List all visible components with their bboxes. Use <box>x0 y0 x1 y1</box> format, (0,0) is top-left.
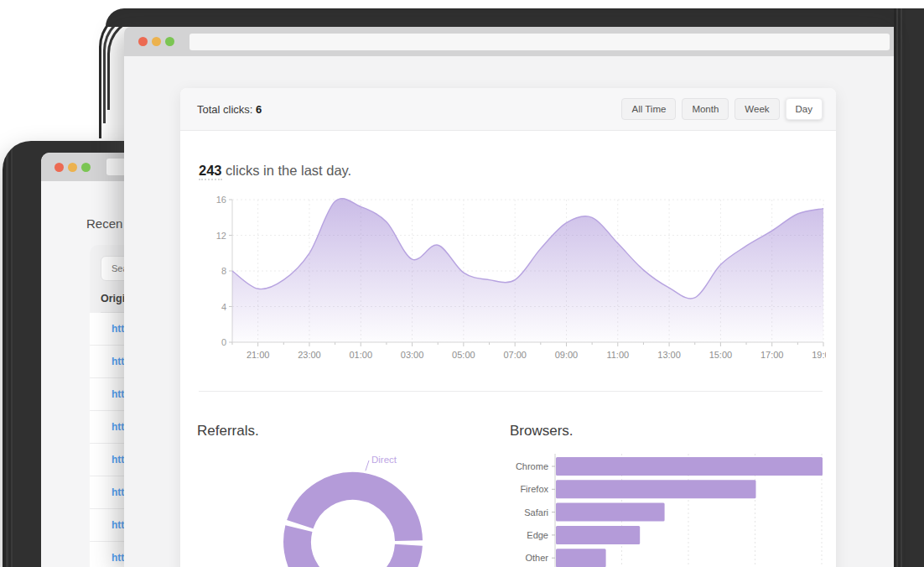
front-window-frame-top <box>106 8 924 27</box>
svg-text:07:00: 07:00 <box>503 350 527 360</box>
svg-text:Chrome: Chrome <box>516 461 548 471</box>
minimize-button[interactable] <box>152 37 161 46</box>
svg-text:01:00: 01:00 <box>349 350 372 360</box>
svg-text:8: 8 <box>221 266 226 276</box>
svg-text:16: 16 <box>216 195 226 205</box>
front-window-frame-right <box>894 8 924 567</box>
close-button[interactable] <box>55 163 64 172</box>
svg-text:Direct: Direct <box>371 455 397 465</box>
browsers-bar-chart: ChromeFirefoxSafariEdgeOther <box>503 443 836 567</box>
svg-text:13:00: 13:00 <box>657 350 681 360</box>
front-window-body: Total clicks: 6 All TimeMonthWeekDay 243… <box>124 56 894 567</box>
clicks-summary: 243 clicks in the last day. <box>199 163 836 179</box>
svg-text:21:00: 21:00 <box>247 350 270 360</box>
svg-text:19:00: 19:00 <box>812 350 826 360</box>
svg-text:03:00: 03:00 <box>401 350 424 360</box>
divider <box>199 391 823 392</box>
range-button-month[interactable]: Month <box>682 98 729 120</box>
svg-text:0: 0 <box>221 337 226 347</box>
svg-text:Edge: Edge <box>527 530 548 540</box>
referrals-donut-chart: Direct <box>261 449 445 567</box>
referrals-section-title: Referrals. <box>197 423 259 440</box>
browser-window-front: Total clicks: 6 All TimeMonthWeekDay 243… <box>124 27 894 567</box>
analytics-card: Total clicks: 6 All TimeMonthWeekDay 243… <box>180 88 836 567</box>
range-button-all-time[interactable]: All Time <box>621 98 676 120</box>
svg-text:Safari: Safari <box>524 507 548 518</box>
svg-text:23:00: 23:00 <box>298 350 321 360</box>
svg-text:Firefox: Firefox <box>520 484 548 494</box>
close-button[interactable] <box>138 37 148 46</box>
zoom-button[interactable] <box>81 163 91 172</box>
clicks-summary-text: clicks in the last day. <box>222 163 352 178</box>
browsers-section-title: Browsers. <box>510 423 574 440</box>
minimize-button[interactable] <box>68 163 77 172</box>
zoom-button[interactable] <box>165 37 174 46</box>
svg-text:Other: Other <box>525 553 548 563</box>
range-button-day[interactable]: Day <box>786 98 823 120</box>
svg-text:05:00: 05:00 <box>452 350 475 360</box>
total-clicks-label: Total clicks: 6 <box>197 103 262 116</box>
card-header: Total clicks: 6 All TimeMonthWeekDay <box>180 88 836 131</box>
total-clicks-value: 6 <box>256 103 262 116</box>
range-filter-group: All TimeMonthWeekDay <box>621 98 823 120</box>
svg-text:4: 4 <box>221 302 226 312</box>
svg-text:09:00: 09:00 <box>555 350 579 360</box>
svg-text:11:00: 11:00 <box>606 350 629 360</box>
clicks-area-chart: 048121621:0023:0001:0003:0005:0007:0009:… <box>195 195 826 367</box>
front-titlebar <box>124 27 894 56</box>
svg-text:17:00: 17:00 <box>760 350 784 360</box>
svg-text:15:00: 15:00 <box>709 350 733 360</box>
total-clicks-text: Total clicks: <box>197 103 252 116</box>
svg-text:12: 12 <box>216 231 226 241</box>
range-button-week[interactable]: Week <box>735 98 779 120</box>
clicks-count: 243 <box>199 163 222 180</box>
address-bar[interactable] <box>189 34 890 50</box>
